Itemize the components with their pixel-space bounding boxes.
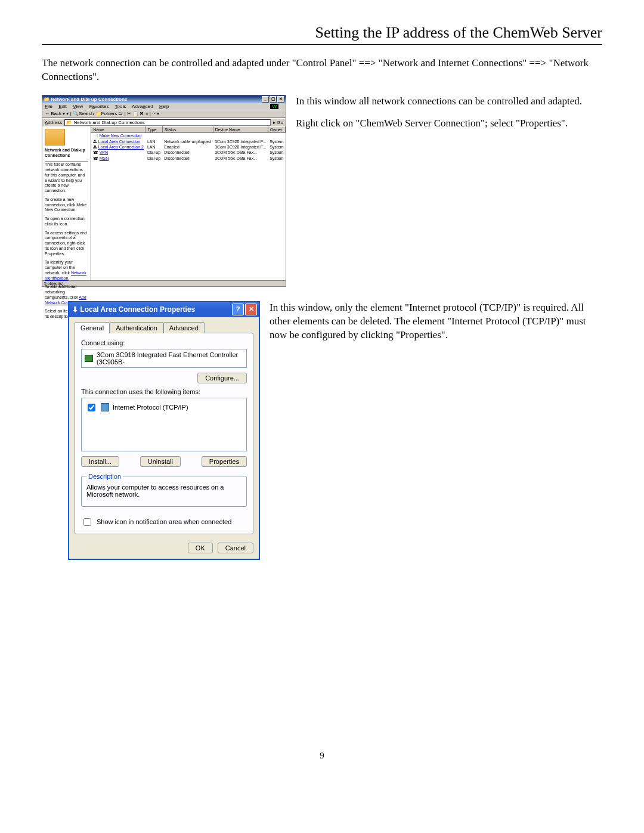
show-icon-label: Show icon in notification area when conn… xyxy=(97,518,231,525)
install-button[interactable]: Install... xyxy=(81,456,119,467)
toolbar[interactable]: ↔ Back ▾ ▾ | 🔍Search 📁Folders 🗂 | ✂ 📋 ✖ … xyxy=(42,110,286,118)
description-text: Allows your computer to access resources… xyxy=(86,484,242,498)
dialog-titlebar[interactable]: ⬇ Local Area Connection Properties ? ✕ xyxy=(69,302,259,317)
address-label: Address xyxy=(45,120,62,125)
col-owner[interactable]: Owner xyxy=(268,126,285,132)
tab-advanced[interactable]: Advanced xyxy=(163,322,205,333)
menu-bar[interactable]: File Edit View Favorites Tools Advanced … xyxy=(42,103,286,110)
help-button[interactable]: ? xyxy=(232,304,244,315)
tab-authentication[interactable]: Authentication xyxy=(110,322,163,333)
connections-list[interactable]: Name Type Status Device Name Owner 📄 Mak… xyxy=(91,126,286,280)
menu-edit[interactable]: Edit xyxy=(58,104,67,109)
col-device[interactable]: Device Name xyxy=(213,126,268,132)
close-button[interactable]: ✕ xyxy=(245,304,257,315)
menu-advanced[interactable]: Advanced xyxy=(132,104,153,109)
sidebar-p2: To create a new connection, click Make N… xyxy=(45,197,88,213)
sidebar-heading: Network and Dial-up Connections xyxy=(45,148,88,159)
sidebar-p4: To access settings and components of a c… xyxy=(45,231,88,257)
uses-items-label: This connection uses the following items… xyxy=(81,388,247,395)
page-title: Setting the IP address of the ChemWeb Se… xyxy=(42,24,602,45)
maximize-button[interactable]: ▢ xyxy=(270,96,277,103)
configure-button[interactable]: Configure... xyxy=(197,373,247,383)
close-button[interactable]: ✕ xyxy=(277,96,284,103)
menu-tools[interactable]: Tools xyxy=(115,104,126,109)
description-legend: Description xyxy=(86,473,123,480)
description-group: Description Allows your computer to acce… xyxy=(81,473,247,507)
window-titlebar[interactable]: 📁 Network and Dial-up Connections _ ▢ ✕ xyxy=(42,95,286,103)
lan-properties-dialog: ⬇ Local Area Connection Properties ? ✕ G… xyxy=(68,301,260,560)
network-connections-window: 📁 Network and Dial-up Connections _ ▢ ✕ … xyxy=(42,95,286,287)
side1-p1: In this window all network connections c… xyxy=(296,95,602,109)
list-item[interactable]: ☎ MSNDial-upDisconnected3COM 56K Data Fa… xyxy=(91,156,286,162)
adapter-name: 3Com 3C918 Integrated Fast Ethernet Cont… xyxy=(97,351,243,366)
go-button[interactable]: ▸ Go xyxy=(273,120,283,125)
tcpip-checkbox[interactable] xyxy=(88,404,95,411)
items-listbox[interactable]: Internet Protocol (TCP/IP) xyxy=(81,398,247,451)
tab-general[interactable]: General xyxy=(75,322,110,333)
protocol-icon xyxy=(101,403,109,411)
side2-p1: In this window, only the element "Intern… xyxy=(270,301,602,342)
window-title: 📁 Network and Dial-up Connections xyxy=(44,97,127,102)
menu-view[interactable]: View xyxy=(73,104,83,109)
address-field[interactable]: 📂 Network and Dial-up Connections xyxy=(64,119,271,126)
network-icon: ⬇ xyxy=(72,305,78,314)
dialog-title: Local Area Connection Properties xyxy=(80,305,195,314)
item-label: Internet Protocol (TCP/IP) xyxy=(113,404,188,411)
col-status[interactable]: Status xyxy=(162,126,213,132)
list-item[interactable]: Internet Protocol (TCP/IP) xyxy=(85,402,243,413)
sidebar-p5: To identify your computer on the network… xyxy=(45,260,88,281)
intro-paragraph: The network connection can be controlled… xyxy=(42,57,602,84)
sidebar-p3: To open a connection, click its icon. xyxy=(45,216,88,227)
page-number: 9 xyxy=(42,751,602,761)
folder-icon xyxy=(45,129,65,145)
list-item[interactable]: 🖧 Local Area ConnectionLANNetwork cable … xyxy=(91,139,286,144)
connect-using-label: Connect using: xyxy=(81,339,247,346)
cancel-button[interactable]: Cancel xyxy=(218,543,253,553)
ok-button[interactable]: OK xyxy=(188,543,213,553)
uninstall-button[interactable]: Uninstall xyxy=(140,456,181,467)
sidebar-panel: Network and Dial-up Connections This fol… xyxy=(42,126,91,280)
menu-favorites[interactable]: Favorites xyxy=(89,104,109,109)
list-item[interactable]: ☎ VPNDial-upDisconnected3COM 56K Data Fa… xyxy=(91,150,286,156)
col-name[interactable]: Name xyxy=(91,126,145,132)
show-icon-checkbox[interactable] xyxy=(83,518,91,526)
brand-badge: W xyxy=(270,104,278,109)
side1-p2: Right click on "ChemWeb Server Connectio… xyxy=(296,117,602,131)
minimize-button[interactable]: _ xyxy=(262,96,269,103)
menu-file[interactable]: File xyxy=(45,104,52,109)
col-type[interactable]: Type xyxy=(145,126,162,132)
show-icon-row[interactable]: Show icon in notification area when conn… xyxy=(81,516,247,528)
menu-help[interactable]: Help xyxy=(159,104,169,109)
address-bar[interactable]: Address 📂 Network and Dial-up Connection… xyxy=(42,118,286,126)
list-item[interactable]: 📄 Make New Connection xyxy=(91,132,286,139)
list-item[interactable]: 🖧 Local Area Connection 2LANEnabled3Com … xyxy=(91,144,286,150)
properties-button[interactable]: Properties xyxy=(202,456,247,467)
adapter-field[interactable]: 3Com 3C918 Integrated Fast Ethernet Cont… xyxy=(81,349,247,368)
nic-icon xyxy=(85,355,93,362)
sidebar-p1: This folder contains network connections… xyxy=(45,162,88,194)
